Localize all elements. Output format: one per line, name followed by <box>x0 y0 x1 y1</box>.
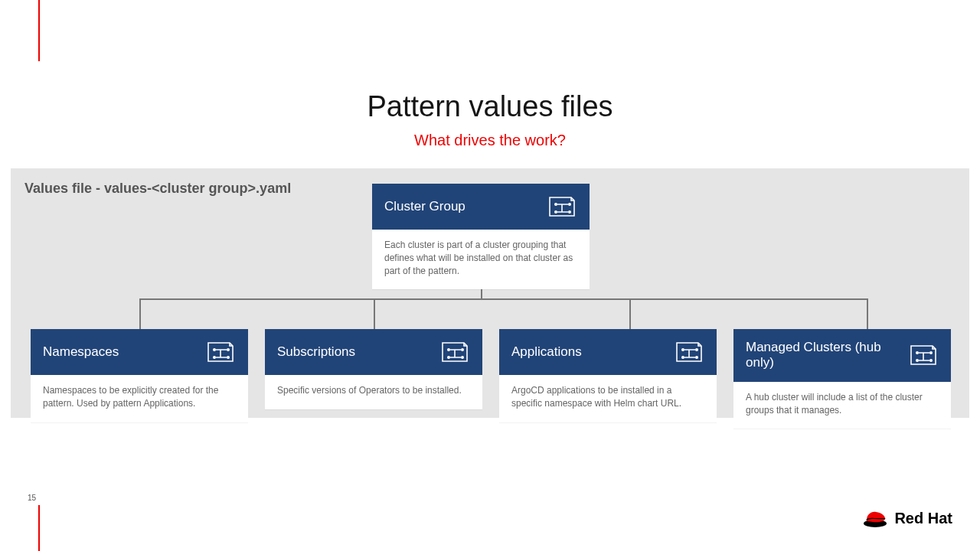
connector <box>139 298 141 329</box>
connector <box>629 298 631 329</box>
node-body: Specific versions of Operators to be ins… <box>265 375 482 409</box>
node-header: Subscriptions <box>265 329 482 375</box>
node-applications: Applications ArgoCD applications to be i… <box>499 329 717 422</box>
node-cluster-group: Cluster Group Each cluster is part of a … <box>372 184 590 289</box>
svg-point-2 <box>568 203 571 206</box>
node-title: Cluster Group <box>384 199 466 214</box>
svg-point-3 <box>568 210 571 214</box>
svg-point-1 <box>554 210 557 214</box>
node-header: Managed Clusters (hub only) <box>733 329 951 382</box>
node-header: Namespaces <box>31 329 248 375</box>
svg-point-19 <box>929 359 933 362</box>
diagram-area: Values file - values-<cluster group>.yam… <box>11 168 969 418</box>
node-title: Applications <box>511 344 582 360</box>
brand-logo: Red Hat <box>862 508 952 528</box>
slide-subtitle: What drives the work? <box>0 132 980 149</box>
svg-point-13 <box>681 356 684 359</box>
node-subscriptions: Subscriptions Specific versions of Opera… <box>265 329 482 409</box>
svg-point-9 <box>447 356 450 359</box>
svg-point-5 <box>213 356 216 359</box>
svg-point-10 <box>461 348 464 351</box>
svg-point-6 <box>227 348 230 351</box>
node-managed-clusters: Managed Clusters (hub only) A hub cluste… <box>733 329 951 429</box>
node-body: Namespaces to be explicitly created for … <box>31 375 248 422</box>
node-body: Each cluster is part of a cluster groupi… <box>372 230 590 289</box>
node-body: A hub cluster will include a list of the… <box>733 382 951 429</box>
node-title: Subscriptions <box>277 344 355 360</box>
slide-title: Pattern values files <box>0 90 980 123</box>
page-number: 15 <box>28 494 36 502</box>
brand-name: Red Hat <box>894 510 952 527</box>
decor-bar-top <box>38 0 40 61</box>
node-header: Cluster Group <box>372 184 590 230</box>
svg-point-17 <box>916 359 919 362</box>
node-title: Managed Clusters (hub only) <box>746 340 908 371</box>
connector <box>139 298 868 300</box>
svg-point-18 <box>929 351 933 354</box>
svg-point-11 <box>461 356 464 359</box>
connector <box>867 298 868 329</box>
node-namespaces: Namespaces Namespaces to be explicitly c… <box>31 329 248 422</box>
svg-point-14 <box>695 348 698 351</box>
svg-point-4 <box>213 348 216 351</box>
diagram-label: Values file - values-<cluster group>.yam… <box>24 181 291 197</box>
pattern-icon <box>205 340 236 364</box>
svg-point-15 <box>695 356 698 359</box>
svg-point-12 <box>681 348 684 351</box>
connector <box>374 298 375 329</box>
node-title: Namespaces <box>43 344 119 360</box>
svg-point-7 <box>227 356 230 359</box>
svg-point-16 <box>916 351 919 354</box>
pattern-icon <box>674 340 704 364</box>
svg-point-8 <box>447 348 450 351</box>
pattern-icon <box>908 343 939 367</box>
redhat-fedora-icon <box>862 508 888 528</box>
node-header: Applications <box>499 329 717 375</box>
decor-bar-bottom <box>38 505 40 551</box>
slide: Pattern values files What drives the wor… <box>0 0 980 551</box>
node-body: ArgoCD applications to be installed in a… <box>499 375 717 422</box>
svg-point-0 <box>554 203 557 206</box>
pattern-icon <box>439 340 470 364</box>
pattern-icon <box>547 194 577 219</box>
